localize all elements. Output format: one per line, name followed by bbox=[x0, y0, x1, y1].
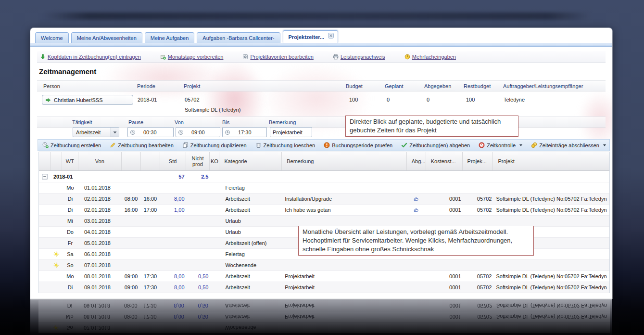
clock-icon bbox=[130, 129, 136, 135]
bemerkung-input[interactable] bbox=[270, 129, 312, 135]
zeitbuchung-en-abgeben-button[interactable]: Zeitbuchung(en) abgeben bbox=[397, 140, 474, 151]
column-header-nicht-prod[interactable]: Nicht prod bbox=[186, 152, 210, 170]
table-cell: Mo bbox=[62, 182, 78, 193]
bis-field[interactable]: 17:30 bbox=[222, 127, 267, 137]
zeitbuchung-loeschen-button[interactable]: Zeitbuchung loeschen bbox=[251, 140, 320, 151]
toolbar-link-mehrfacheingaben[interactable]: Mehrfacheingaben bbox=[404, 54, 456, 60]
table-cell: 02.01.2018 bbox=[78, 205, 122, 215]
form-header-row-2: Tätigkeit Pause Von Bis Bemerkung bbox=[37, 116, 606, 128]
table-cell: 07.01.2018 bbox=[78, 260, 122, 271]
table-cell bbox=[38, 300, 50, 311]
pause-value: 00:30 bbox=[143, 129, 157, 135]
table-cell bbox=[407, 216, 426, 226]
table-cell: Urlaub bbox=[219, 227, 282, 237]
table-row[interactable]: Di02.01.201816:0017:001,00ArbeitszeitIch… bbox=[39, 205, 609, 216]
taetigkeit-select[interactable]: Arbeitszeit bbox=[73, 127, 119, 137]
table-row[interactable]: So07.01.2018Wochenende bbox=[39, 260, 609, 271]
pause-field[interactable]: 00:30 bbox=[127, 127, 174, 137]
table-cell: 0001 bbox=[426, 282, 463, 293]
zeitkontrolle-button[interactable]: Zeitkontrolle bbox=[474, 140, 527, 151]
toolbar-link-label: Leistungsnachweis bbox=[341, 54, 385, 60]
toolbar-link-label: Mehrfacheingaben bbox=[412, 54, 456, 60]
zeiteinträge-abschliessen-button[interactable]: Zeiteinträge abschliessen bbox=[527, 140, 610, 151]
collapse-group-icon[interactable] bbox=[42, 174, 48, 180]
toolbar-link-kopfdaten-in-zeitbuchung-en-eintragen[interactable]: Kopfdaten in Zeitbuchung(en) eintragen bbox=[40, 54, 141, 60]
table-cell bbox=[141, 260, 160, 271]
table-cell bbox=[210, 171, 609, 182]
table-cell bbox=[122, 249, 141, 259]
table-cell: 8,00 bbox=[160, 311, 186, 322]
table-cell bbox=[407, 193, 426, 204]
table-cell bbox=[186, 227, 210, 237]
toolbar-link-monatstage-vorbereiten[interactable]: Monatstage vorbereiten bbox=[160, 54, 224, 60]
column-header-empty bbox=[141, 152, 160, 170]
table-cell: Ich habe was getan bbox=[282, 205, 407, 215]
table-cell: Projektarbeit bbox=[282, 271, 407, 282]
restbudget-value: 100 bbox=[466, 97, 475, 103]
table-row[interactable]: Mo01.01.2018Feiertag bbox=[39, 182, 609, 193]
column-header-kostenst[interactable]: Kostenst... bbox=[426, 152, 463, 170]
tab-projektzeiter[interactable]: Projektzeiter... bbox=[283, 30, 339, 43]
column-header-projek[interactable]: Projek... bbox=[463, 152, 493, 170]
table-cell: 16:00 bbox=[141, 193, 160, 204]
tab-label: Projektzeiter... bbox=[289, 34, 325, 40]
table-row[interactable]: Mi03.01.2018Urlaub bbox=[39, 216, 609, 227]
table-cell: Mo bbox=[62, 311, 78, 322]
toolbar-link-projektfavoriten-bearbeiten[interactable]: Projektfavoriten bearbeiten bbox=[242, 54, 313, 60]
tab-close-icon[interactable] bbox=[328, 33, 334, 39]
table-cell: Wochenende bbox=[219, 260, 282, 271]
table-row[interactable]: Di02.01.201808:0016:008,00ArbeitszeitIns… bbox=[39, 193, 609, 205]
budget-label: Budget bbox=[346, 83, 363, 89]
table-cell: Projektarbeit bbox=[282, 282, 407, 293]
table-row[interactable]: Mo08.01.201809:0017:308,000,50Arbeitszei… bbox=[39, 271, 609, 282]
table-cell: 0,50 bbox=[186, 311, 210, 322]
column-header-ko[interactable]: KO bbox=[210, 152, 219, 170]
table-cell bbox=[426, 322, 463, 333]
tab-meine-aufgaben[interactable]: Meine Aufgaben bbox=[145, 32, 195, 43]
person-value: Christian Huber/SSS bbox=[54, 97, 103, 103]
table-cell: 08:00 bbox=[122, 193, 141, 204]
column-header-von[interactable]: Von bbox=[78, 152, 122, 170]
table-cell: 08.01.2018 bbox=[78, 271, 122, 282]
table-cell bbox=[51, 282, 62, 293]
buchungsperiode-pruefen-button[interactable]: Buchungsperiode pruefen bbox=[319, 140, 397, 151]
table-cell: Di bbox=[62, 300, 78, 311]
bemerkung-field[interactable] bbox=[270, 127, 312, 137]
tab-aufgaben-barbara-callcenter[interactable]: Aufgaben -Barbara Callcenter- bbox=[197, 32, 280, 43]
table-cell: 8,00 bbox=[160, 193, 186, 204]
table-cell: Urlaub bbox=[219, 216, 282, 226]
column-header-std[interactable]: Std bbox=[160, 152, 186, 170]
column-header-abg[interactable]: Abg... bbox=[407, 152, 426, 170]
pause-label: Pause bbox=[128, 119, 143, 125]
table-cell: Arbeitszeit bbox=[219, 205, 282, 215]
column-header-bemerkung[interactable]: Bemerkung bbox=[282, 152, 407, 170]
table-cell: Arbeitszeit bbox=[219, 193, 282, 204]
tab-meine-an-abwesenheiten[interactable]: Meine An/Abwesenheiten bbox=[71, 32, 142, 43]
table-cell: Sa bbox=[62, 249, 78, 259]
table-cell bbox=[39, 271, 51, 282]
column-header-wt[interactable]: WT bbox=[62, 152, 78, 170]
table-cell bbox=[426, 260, 463, 271]
reflection-row: Mo08.01.201809:0017:308,000,50Arbeitszei… bbox=[38, 311, 610, 322]
zeitbuchung-bearbeiten-button[interactable]: Zeitbuchung bearbeiten bbox=[105, 140, 178, 151]
tab-label: Meine An/Abwesenheiten bbox=[77, 35, 137, 41]
von-field[interactable]: 09:00 bbox=[176, 127, 220, 137]
zeitbuchung-erstellen-button[interactable]: Zeitbuchung erstellen bbox=[38, 140, 105, 151]
table-cell bbox=[50, 322, 62, 333]
table-cell bbox=[39, 282, 51, 293]
tab-welcome[interactable]: Welcome bbox=[35, 32, 69, 43]
table-cell bbox=[186, 205, 210, 215]
table-row[interactable]: Di09.01.201809:0017:308,000,50Arbeitszei… bbox=[39, 282, 609, 293]
table-group-row[interactable]: 2018-01572.5 bbox=[39, 171, 609, 182]
annotation-box-budget: Direkter Blick auf geplante, budgetierte… bbox=[345, 116, 518, 137]
person-field[interactable]: Christian Huber/SSS bbox=[42, 95, 133, 105]
zeitbuchung-duplizieren-button[interactable]: Zeitbuchung duplizieren bbox=[178, 140, 251, 151]
settings-box-icon bbox=[242, 54, 248, 60]
column-header-projekt[interactable]: Projekt bbox=[493, 152, 609, 170]
geplant-label: Geplant bbox=[385, 83, 404, 89]
clock-add-icon bbox=[42, 142, 49, 148]
table-cell bbox=[210, 282, 219, 293]
column-header-kategorie[interactable]: Kategorie bbox=[219, 152, 282, 170]
toolbar-link-leistungsnachweis[interactable]: Leistungsnachweis bbox=[333, 54, 385, 60]
bis-label: Bis bbox=[222, 119, 229, 125]
